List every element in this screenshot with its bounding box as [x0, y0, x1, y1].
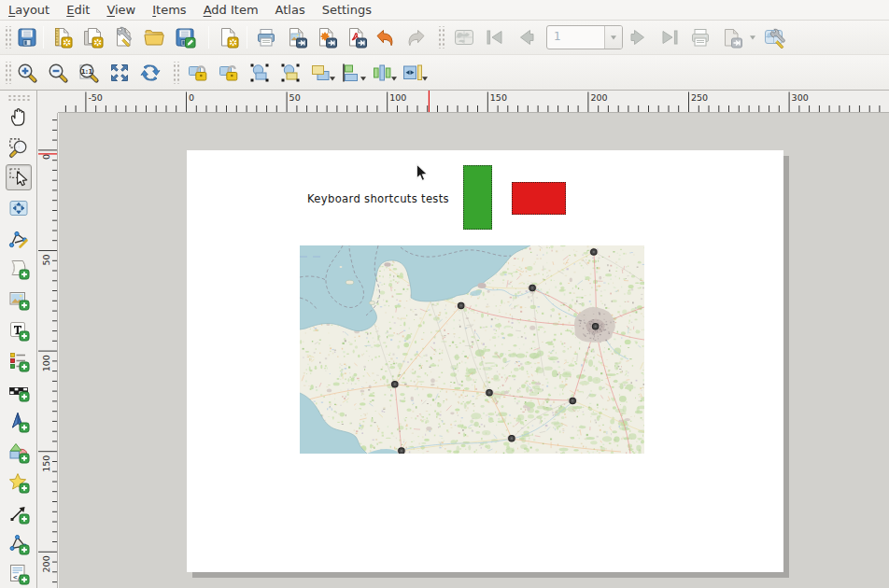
zoom-actual-button[interactable]: 1:1 — [76, 60, 102, 86]
export-as-image-button[interactable] — [283, 24, 309, 50]
menu-settings[interactable]: Settings — [314, 0, 380, 21]
zoom-in-button[interactable] — [14, 60, 40, 86]
layout-canvas[interactable]: Keyboard shortcuts tests — [59, 113, 889, 588]
duplicate-layout-button[interactable] — [79, 24, 106, 50]
save-as-template-button[interactable] — [172, 24, 198, 50]
green-rectangle-item[interactable] — [463, 165, 492, 230]
last-feature-button[interactable] — [656, 24, 683, 50]
arrow-last-icon — [658, 26, 681, 49]
dropdown-arrow-icon[interactable] — [421, 75, 429, 82]
add-legend-button[interactable] — [6, 348, 32, 374]
unlock-all-items-button[interactable] — [216, 60, 242, 86]
svg-text:50: 50 — [41, 255, 51, 266]
add-shape-button[interactable] — [6, 440, 32, 466]
svg-text:200: 200 — [590, 92, 607, 103]
zoom-layout-button[interactable] — [6, 134, 32, 161]
toolbar-separator — [247, 26, 247, 49]
atlas-page-combobox[interactable]: 1 — [546, 25, 623, 49]
toolbar-drag-handle[interactable] — [438, 26, 445, 49]
load-from-template-button[interactable] — [141, 24, 167, 50]
menu-view[interactable]: View — [98, 0, 144, 21]
ungroup-items-button[interactable] — [277, 60, 303, 86]
next-feature-button[interactable] — [626, 24, 652, 50]
atlas-page-value[interactable]: 1 — [547, 26, 604, 49]
new-layout-button[interactable] — [49, 24, 75, 50]
add-arrow-button[interactable] — [6, 500, 32, 526]
undo-button[interactable] — [373, 24, 399, 50]
add-node-item-icon — [7, 533, 30, 555]
menu-edit[interactable]: Edit — [58, 0, 98, 21]
map-item[interactable] — [300, 245, 644, 454]
zoom-out-button[interactable] — [45, 60, 71, 86]
save-icon — [16, 26, 38, 49]
edit-nodes-item-button[interactable] — [6, 226, 32, 252]
lock-selected-items-button[interactable] — [185, 60, 211, 86]
unlock-icon — [218, 62, 240, 84]
resize-items-button[interactable] — [401, 60, 429, 86]
print-button[interactable] — [253, 24, 279, 50]
dropdown-arrow-icon[interactable] — [329, 75, 336, 82]
layout-page[interactable]: Keyboard shortcuts tests — [187, 150, 783, 572]
undo-icon — [374, 26, 397, 49]
export-as-pdf-button[interactable] — [343, 24, 369, 50]
pan-hand-icon — [7, 105, 30, 128]
combobox-dropdown-button[interactable] — [604, 26, 622, 49]
mouse-cursor — [416, 163, 430, 184]
toolbar-drag-handle[interactable] — [5, 26, 12, 49]
add-map-button[interactable] — [6, 256, 32, 282]
dropdown-arrow-icon[interactable] — [390, 75, 398, 82]
add-marker-button[interactable] — [6, 469, 32, 496]
add-html-button[interactable]: </> — [6, 561, 32, 587]
preview-atlas-button[interactable] — [451, 24, 477, 50]
export-as-svg-button[interactable] — [313, 24, 339, 50]
atlas-settings-button[interactable] — [761, 24, 787, 50]
save-layout-button[interactable] — [14, 24, 40, 50]
print-atlas-button[interactable] — [687, 24, 713, 50]
add-legend-icon — [7, 350, 30, 372]
redo-button[interactable] — [402, 24, 429, 50]
raise-selected-items-button[interactable] — [308, 60, 336, 86]
svg-text:100: 100 — [41, 355, 51, 371]
menu-add-item[interactable]: Add Item — [195, 0, 267, 21]
add-label-button[interactable] — [6, 317, 32, 343]
layout-manager-button[interactable] — [110, 24, 136, 50]
group-items-button[interactable] — [247, 60, 273, 86]
layout-manager-icon — [112, 26, 134, 49]
horizontal-ruler: -50050100150200250300 — [38, 91, 889, 113]
move-item-content-button[interactable] — [6, 195, 32, 221]
select-move-item-button[interactable] — [6, 164, 32, 190]
red-rectangle-item[interactable] — [512, 182, 566, 215]
toolbar-drag-handle[interactable] — [7, 94, 30, 102]
pan-layout-button[interactable] — [6, 104, 32, 130]
align-selected-items-button[interactable] — [339, 60, 367, 86]
dropdown-arrow-icon[interactable] — [360, 75, 367, 82]
add-picture-button[interactable] — [6, 287, 32, 313]
zoom-full-icon — [108, 62, 131, 84]
menu-atlas[interactable]: Atlas — [267, 0, 314, 21]
menu-items[interactable]: Items — [144, 0, 194, 21]
redo-icon — [404, 26, 427, 49]
toolbar-drag-handle[interactable] — [5, 62, 12, 84]
svg-text:-50: -50 — [88, 92, 103, 103]
first-feature-button[interactable] — [482, 24, 508, 50]
previous-feature-button[interactable] — [513, 24, 539, 50]
distribute-items-button[interactable] — [370, 60, 398, 86]
label-item[interactable]: Keyboard shortcuts tests — [307, 192, 449, 205]
zoom-in-icon — [16, 62, 38, 84]
add-north-arrow-button[interactable] — [6, 409, 32, 435]
dropdown-arrow-icon[interactable] — [749, 24, 756, 50]
edit-nodes-icon — [7, 228, 30, 250]
refresh-button[interactable] — [137, 60, 163, 86]
add-node-item-button[interactable] — [6, 531, 32, 557]
save-as-template-icon — [174, 26, 196, 49]
add-pages-button[interactable] — [215, 24, 241, 50]
export-atlas-icon — [720, 26, 742, 49]
toolbar-drag-handle[interactable] — [173, 62, 180, 84]
export-atlas-button[interactable] — [718, 24, 744, 50]
add-scalebar-button[interactable] — [6, 378, 32, 404]
menu-layout[interactable]: Layout — [0, 0, 58, 21]
toolbar-actions: 1:1 — [0, 55, 889, 91]
svg-text:300: 300 — [792, 92, 809, 103]
svg-text:1:1: 1:1 — [81, 67, 93, 75]
zoom-full-button[interactable] — [106, 60, 133, 86]
